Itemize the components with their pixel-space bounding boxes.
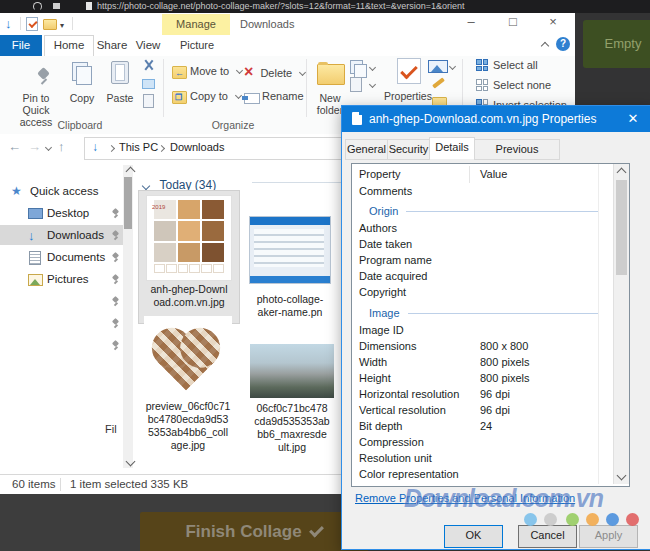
page-icon bbox=[86, 2, 92, 10]
tab-file[interactable]: File bbox=[0, 35, 42, 56]
property-row[interactable]: Copyright bbox=[352, 284, 612, 300]
chevron-right-icon bbox=[158, 145, 165, 152]
property-row[interactable]: Height800 pixels bbox=[352, 370, 612, 386]
copy-button[interactable]: Copy bbox=[64, 60, 100, 104]
property-rows: Comments Origin Authors Date taken Progr… bbox=[352, 185, 612, 482]
file-item[interactable]: 06cf0c71bc478 cda9d535353ab bb6_maxresde… bbox=[244, 316, 340, 466]
browser-address-bar[interactable]: https://photo-collage.net/photo-collage-… bbox=[0, 0, 650, 13]
url-text[interactable]: https://photo-collage.net/photo-collage-… bbox=[97, 1, 465, 11]
property-row[interactable]: Comments bbox=[352, 185, 612, 198]
file-item[interactable]: 2019 anh-ghep-Downl oad.com.vn.jpg bbox=[138, 190, 240, 324]
property-row[interactable]: Width800 pixels bbox=[352, 354, 612, 370]
move-to-button[interactable]: ← Move to bbox=[172, 65, 242, 77]
screen: https://photo-collage.net/photo-collage-… bbox=[0, 0, 650, 551]
close-button[interactable]: × bbox=[539, 13, 567, 33]
copy-to-button[interactable]: ❐ Copy to bbox=[172, 90, 241, 102]
tab-share[interactable]: Share bbox=[94, 35, 130, 56]
sidebar-item-quick-access[interactable]: ★ Quick access bbox=[0, 181, 123, 201]
breadcrumb-downloads[interactable]: Downloads bbox=[170, 141, 224, 153]
property-row[interactable]: Image ID bbox=[352, 322, 612, 338]
copy-path-icon[interactable] bbox=[142, 79, 155, 89]
recent-locations-icon[interactable] bbox=[45, 144, 52, 151]
tab-view[interactable]: View bbox=[132, 35, 164, 56]
scroll-up-icon[interactable] bbox=[617, 168, 627, 178]
chevron-down-icon bbox=[236, 67, 243, 74]
file-item[interactable]: photo-collage- aker-name.pn bbox=[240, 190, 340, 322]
file-item[interactable]: preview_06cf0c71 bc4780ecda9d53 5353ab4b… bbox=[138, 316, 238, 466]
property-row[interactable]: Date taken bbox=[352, 236, 612, 252]
scroll-up-icon[interactable] bbox=[126, 167, 136, 177]
section-image: Image bbox=[352, 304, 612, 322]
property-row[interactable]: Program name bbox=[352, 252, 612, 268]
selection-info: 1 item selected 335 KB bbox=[70, 478, 188, 490]
tab-home[interactable]: Home bbox=[44, 35, 94, 57]
pin-to-quick-access-button[interactable]: Pin to Quickaccess bbox=[10, 60, 62, 128]
delete-button[interactable]: × Delete bbox=[244, 65, 305, 79]
scrollbar-thumb[interactable] bbox=[616, 180, 627, 275]
sidebar-item-pictures[interactable]: Pictures bbox=[0, 269, 123, 289]
minimize-button[interactable]: – bbox=[457, 13, 485, 33]
properties-qat-icon[interactable] bbox=[26, 17, 38, 31]
property-row[interactable]: Color representation bbox=[352, 466, 612, 482]
tab-general[interactable]: General bbox=[345, 139, 388, 160]
cut-icon[interactable] bbox=[142, 59, 155, 71]
collapse-ribbon-icon[interactable] bbox=[541, 42, 549, 50]
paste-shortcut-icon[interactable] bbox=[143, 94, 154, 108]
copy-to-icon: ❐ bbox=[172, 91, 187, 104]
sidebar-item-documents[interactable]: Documents bbox=[0, 247, 123, 267]
scroll-down-icon[interactable] bbox=[617, 471, 627, 481]
edit-icon[interactable] bbox=[432, 77, 445, 88]
customize-toolbar-icon[interactable]: ▾ bbox=[60, 21, 64, 30]
chevron-down-icon bbox=[369, 81, 376, 88]
ok-button[interactable]: OK bbox=[444, 525, 503, 548]
property-row[interactable]: Resolution unit bbox=[352, 450, 612, 466]
properties-list[interactable]: Property Value Comments Origin Authors D… bbox=[351, 163, 630, 487]
empty-button[interactable]: Empty bbox=[583, 20, 650, 68]
property-row[interactable]: Compression bbox=[352, 434, 612, 450]
sidebar-item-downloads[interactable]: ↓ Downloads bbox=[0, 225, 123, 245]
maximize-button[interactable]: □ bbox=[499, 13, 527, 33]
scroll-down-icon[interactable] bbox=[126, 457, 136, 467]
breadcrumb-this-pc[interactable]: This PC bbox=[119, 141, 158, 153]
property-row[interactable]: Authors bbox=[352, 220, 612, 236]
apply-button[interactable]: Apply bbox=[579, 525, 638, 548]
tab-previous-versions[interactable]: Previous Versions bbox=[474, 139, 560, 160]
help-icon[interactable]: ? bbox=[556, 37, 570, 51]
tab-picture-tools[interactable]: Picture Tools bbox=[166, 35, 228, 56]
select-none-icon bbox=[476, 79, 488, 91]
forward-icon[interactable]: → bbox=[28, 139, 41, 154]
up-icon[interactable]: ↑ bbox=[58, 139, 65, 154]
property-row[interactable]: Dimensions800 x 800 bbox=[352, 338, 612, 354]
select-none-button[interactable]: Select none bbox=[476, 79, 551, 91]
properties-button[interactable]: Properties bbox=[382, 58, 434, 102]
home-icon[interactable] bbox=[53, 3, 60, 9]
cancel-button[interactable]: Cancel bbox=[518, 525, 577, 548]
sidebar-item-desktop[interactable]: Desktop bbox=[0, 203, 123, 223]
select-all-button[interactable]: Select all bbox=[476, 59, 538, 71]
scrollbar-thumb[interactable] bbox=[124, 177, 132, 229]
rename-button[interactable]: Rename bbox=[244, 90, 304, 102]
properties-icon bbox=[397, 58, 421, 84]
folder-qat-icon[interactable] bbox=[43, 19, 57, 30]
tab-security[interactable]: Security bbox=[387, 139, 430, 160]
downloads-icon: ↓ bbox=[28, 226, 35, 246]
sidebar-scrollbar[interactable] bbox=[123, 165, 133, 468]
desktop-icon bbox=[28, 208, 43, 219]
property-row[interactable]: Bit depth24 bbox=[352, 418, 612, 434]
paste-button[interactable]: Paste bbox=[102, 60, 138, 104]
property-row[interactable]: Date acquired bbox=[352, 268, 612, 284]
property-row[interactable]: Horizontal resolution96 dpi bbox=[352, 386, 612, 402]
watermark-dot bbox=[544, 513, 557, 526]
dialog-title-bar[interactable]: anh-ghep-Download.com.vn.jpg Properties … bbox=[342, 106, 650, 132]
property-row[interactable]: Vertical resolution96 dpi bbox=[352, 402, 612, 418]
manage-contextual-label[interactable]: Manage bbox=[162, 14, 230, 35]
column-value[interactable]: Value bbox=[480, 168, 507, 180]
back-icon[interactable]: ← bbox=[8, 139, 21, 154]
finish-collage-button[interactable]: Finish Collage bbox=[140, 512, 368, 551]
tab-details[interactable]: Details bbox=[429, 137, 475, 159]
close-icon[interactable]: ✕ bbox=[624, 110, 642, 128]
list-scrollbar[interactable] bbox=[613, 164, 629, 484]
column-property[interactable]: Property bbox=[359, 168, 401, 180]
watermark-dot bbox=[626, 513, 639, 526]
reload-icon[interactable] bbox=[33, 2, 42, 11]
